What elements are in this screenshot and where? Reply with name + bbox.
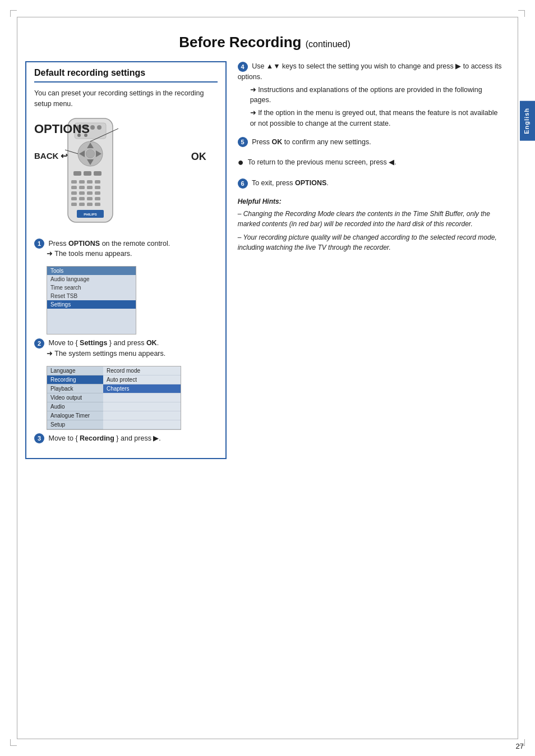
right-step-6: 6 To exit, press OPTIONS. — [238, 178, 504, 189]
language-tab: English — [520, 101, 535, 141]
sys-right-empty2 — [103, 402, 181, 411]
step-3-num: 3 — [34, 433, 44, 443]
tools-menu-item-audio: Audio language — [47, 275, 136, 283]
section-box: Default recording settings You can prese… — [25, 61, 227, 459]
svg-point-5 — [97, 125, 102, 130]
svg-rect-33 — [95, 197, 100, 200]
step-2: 2 Move to { Settings } and press OK. ➜ T… — [34, 338, 218, 359]
page-number: 27 — [516, 742, 524, 750]
svg-rect-18 — [71, 180, 77, 184]
step-3-recording: Recording — [80, 434, 114, 442]
main-content: Before Recording (continued) Default rec… — [25, 28, 504, 728]
sys-right-empty4 — [103, 420, 181, 429]
svg-text:PHILIPS: PHILIPS — [84, 213, 96, 216]
svg-rect-29 — [95, 191, 100, 195]
left-column: Default recording settings You can prese… — [25, 61, 227, 467]
corner-tr — [518, 10, 525, 17]
svg-rect-28 — [87, 191, 93, 195]
sys-item-recording: Recording — [47, 375, 103, 384]
tools-menu-item-settings: Settings — [47, 300, 136, 309]
hints-line-1: – Changing the Recording Mode clears the… — [238, 209, 504, 229]
svg-rect-22 — [71, 186, 77, 189]
svg-point-4 — [90, 125, 95, 130]
svg-rect-35 — [79, 203, 85, 206]
hints-box: Helpful Hints: – Changing the Recording … — [238, 196, 504, 253]
step-1-indent: ➜ The tools menu appears. — [34, 249, 218, 259]
sys-menu-left: Language Recording Playback Video output… — [47, 366, 103, 429]
step-2-indent: ➜ The system settings menu appears. — [34, 349, 218, 359]
step-1-num: 1 — [34, 239, 44, 249]
sys-item-setup: Setup — [47, 420, 103, 429]
sys-item-language: Language — [47, 366, 103, 375]
sys-right-record-mode: Record mode — [103, 366, 181, 375]
svg-rect-34 — [71, 203, 77, 206]
page-border-bottom — [17, 739, 518, 739]
tools-menu-item-empty2 — [47, 317, 136, 326]
title-text: Before Recording — [179, 34, 301, 51]
tools-menu-item-reset: Reset TSB — [47, 292, 136, 300]
sys-item-playback: Playback — [47, 384, 103, 393]
ok-label: OK — [191, 151, 206, 163]
step-6-options: OPTIONS — [295, 179, 326, 187]
svg-rect-24 — [87, 186, 93, 189]
tools-menu: Tools Audio language Time search Reset T… — [47, 266, 136, 335]
page-border-left — [17, 17, 17, 739]
svg-rect-31 — [79, 197, 85, 200]
sys-right-chapters: Chapters — [103, 384, 181, 393]
hints-line-2: – Your recording picture quality will be… — [238, 232, 504, 253]
tools-menu-title: Tools — [47, 267, 136, 275]
system-menu: Language Recording Playback Video output… — [47, 366, 181, 430]
right-column: 4 Use ▲▼ keys to select the setting you … — [238, 61, 504, 467]
svg-rect-17 — [94, 171, 102, 176]
step-2-settings: Settings — [80, 339, 107, 347]
step-2-num: 2 — [34, 338, 44, 349]
step-6-num: 6 — [238, 178, 248, 189]
remote-illustration: PHILIPS OPTIONS BACK ↩ OK — [34, 117, 218, 230]
page-border-top — [17, 17, 518, 17]
section-title: Default recording settings — [34, 68, 218, 83]
sys-menu-right: Record mode Auto protect Chapters — [103, 366, 181, 429]
step-5-ok: OK — [272, 138, 283, 146]
svg-rect-23 — [79, 186, 85, 189]
sys-right-empty1 — [103, 393, 181, 402]
step-4-num: 4 — [238, 62, 248, 72]
right-step-4: 4 Use ▲▼ keys to select the setting you … — [238, 61, 504, 129]
hints-title: Helpful Hints: — [238, 196, 504, 207]
back-label: BACK ↩ — [34, 151, 68, 161]
title-continued: (continued) — [306, 39, 350, 49]
tools-menu-item-empty3 — [47, 326, 136, 334]
page-title: Before Recording (continued) — [25, 28, 504, 51]
svg-rect-20 — [87, 180, 93, 184]
svg-rect-25 — [95, 186, 100, 189]
page-border-right — [518, 17, 518, 739]
svg-rect-30 — [71, 197, 77, 200]
svg-rect-26 — [71, 191, 77, 195]
step-3: 3 Move to { Recording } and press ▶. — [34, 433, 218, 444]
right-bullet: ● To return to the previous menu screen,… — [238, 155, 504, 170]
svg-rect-27 — [79, 191, 85, 195]
sys-item-analogue: Analogue Timer — [47, 411, 103, 420]
two-column-layout: Default recording settings You can prese… — [25, 61, 504, 467]
step-5-num: 5 — [238, 137, 248, 147]
options-label: OPTIONS — [34, 122, 90, 136]
sys-right-auto-protect: Auto protect — [103, 375, 181, 384]
sys-item-audio: Audio — [47, 402, 103, 411]
tools-menu-item-time: Time search — [47, 283, 136, 292]
step-2-ok: OK — [146, 339, 157, 347]
intro-text: You can preset your recording settings i… — [34, 88, 218, 109]
svg-rect-15 — [73, 171, 81, 176]
step-4-sub2: ➜ If the option in the menu is greyed ou… — [238, 108, 504, 129]
svg-rect-16 — [84, 171, 91, 176]
step-1-bold: OPTIONS — [68, 240, 100, 248]
sys-item-video: Video output — [47, 393, 103, 402]
svg-rect-32 — [87, 197, 93, 200]
tools-menu-item-empty1 — [47, 309, 136, 317]
svg-rect-37 — [95, 203, 100, 206]
svg-rect-21 — [95, 180, 100, 184]
svg-rect-36 — [87, 203, 93, 206]
step-4-sub1: ➜ Instructions and explanations of the o… — [238, 85, 504, 106]
sys-right-empty3 — [103, 411, 181, 420]
corner-tl — [10, 10, 17, 17]
svg-point-14 — [86, 149, 95, 158]
step-1: 1 Press OPTIONS on the remote control. ➜… — [34, 239, 218, 260]
